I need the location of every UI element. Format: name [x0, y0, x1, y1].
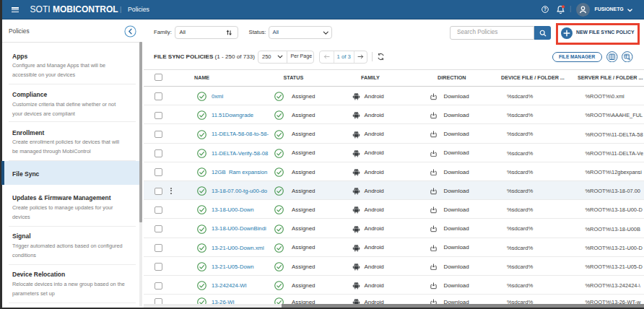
svg-text:?: ? [544, 6, 547, 12]
